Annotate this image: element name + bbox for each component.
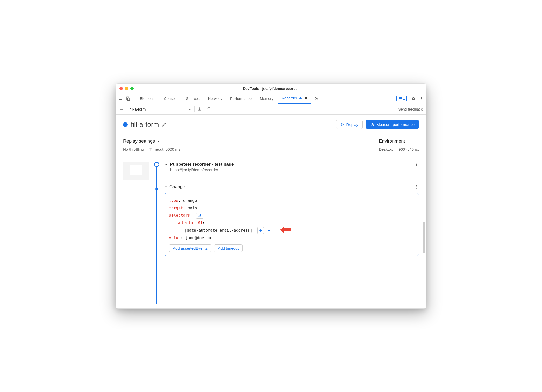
replay-settings-toggle[interactable]: Replay settings bbox=[123, 139, 379, 144]
issues-chip[interactable]: 1 bbox=[396, 96, 407, 101]
more-tabs-icon[interactable] bbox=[314, 96, 319, 101]
export-icon[interactable] bbox=[197, 107, 202, 112]
tab-elements[interactable]: Elements bbox=[136, 93, 159, 104]
add-timeout-button[interactable]: Add timeout bbox=[214, 244, 243, 252]
add-selector-button[interactable]: + bbox=[257, 227, 264, 234]
flask-icon bbox=[299, 96, 302, 100]
step-menu-icon[interactable] bbox=[414, 185, 419, 189]
svg-point-10 bbox=[416, 185, 417, 186]
step-detail-box: type: change target: main selectors: sel… bbox=[165, 193, 419, 256]
minimize-window-button[interactable] bbox=[125, 87, 128, 90]
recorder-toolbar: fill-a-form Send feedback bbox=[116, 104, 426, 115]
window-title: DevTools - jec.fyi/demo/recorder bbox=[116, 86, 426, 91]
chevron-right-icon bbox=[156, 140, 160, 143]
devtools-window: DevTools - jec.fyi/demo/recorder Element… bbox=[116, 83, 426, 309]
step-menu-icon[interactable] bbox=[414, 162, 419, 167]
settings-row: Replay settings No throttling Timeout: 5… bbox=[116, 134, 426, 157]
delete-icon[interactable] bbox=[206, 107, 211, 112]
maximize-window-button[interactable] bbox=[130, 87, 134, 90]
step-change-label: Change bbox=[169, 184, 185, 190]
key-selector1: selector #1 bbox=[177, 221, 202, 225]
recording-select[interactable]: fill-a-form bbox=[130, 107, 192, 111]
svg-point-6 bbox=[371, 123, 374, 126]
timeline bbox=[154, 162, 160, 304]
tab-recorder[interactable]: Recorder ✕ bbox=[278, 93, 311, 104]
svg-point-9 bbox=[416, 165, 417, 166]
annotation-arrow-icon bbox=[280, 226, 291, 234]
svg-point-11 bbox=[416, 187, 417, 187]
measure-performance-button[interactable]: Measure performance bbox=[366, 120, 419, 129]
kebab-menu-icon[interactable] bbox=[419, 96, 424, 101]
key-type: type bbox=[169, 198, 178, 203]
key-target: target bbox=[169, 206, 183, 210]
svg-point-3 bbox=[421, 97, 422, 98]
selector-picker-button[interactable] bbox=[196, 213, 203, 219]
scrollbar-thumb[interactable] bbox=[423, 222, 425, 253]
tab-network[interactable]: Network bbox=[204, 93, 225, 104]
val-type[interactable]: change bbox=[183, 198, 197, 203]
devtools-tabbar: Elements Console Sources Network Perform… bbox=[116, 93, 426, 104]
timeline-start-icon bbox=[154, 162, 159, 167]
recording-header: fill-a-form Replay Measure performance bbox=[116, 115, 426, 134]
val-target[interactable]: main bbox=[188, 206, 197, 210]
edit-title-icon[interactable] bbox=[162, 122, 167, 127]
close-window-button[interactable] bbox=[119, 87, 123, 90]
record-indicator-icon bbox=[123, 122, 128, 127]
replay-button[interactable]: Replay bbox=[336, 120, 363, 129]
val-selector1[interactable]: [data-automate=email-address] bbox=[184, 228, 252, 233]
svg-point-12 bbox=[416, 188, 417, 189]
settings-gear-icon[interactable] bbox=[411, 96, 416, 101]
tab-console[interactable]: Console bbox=[160, 93, 181, 104]
val-value[interactable]: jane@doe.co bbox=[185, 236, 211, 240]
send-feedback-link[interactable]: Send feedback bbox=[398, 107, 423, 111]
chevron-down-icon bbox=[165, 186, 167, 188]
device-toggle-icon[interactable] bbox=[126, 96, 130, 101]
environment-label: Environment bbox=[379, 139, 419, 144]
step-change-header[interactable]: Change bbox=[165, 184, 419, 190]
svg-point-8 bbox=[416, 164, 417, 165]
tab-memory[interactable]: Memory bbox=[256, 93, 277, 104]
tab-close-icon[interactable]: ✕ bbox=[304, 96, 308, 100]
throttling-value: No throttling bbox=[123, 147, 144, 151]
svg-rect-2 bbox=[128, 98, 130, 101]
new-recording-icon[interactable] bbox=[119, 107, 124, 112]
step-initial-header[interactable]: Puppeteer recorder - test page bbox=[165, 162, 419, 167]
timeline-step-dot-icon bbox=[155, 188, 158, 190]
steps-panel: Puppeteer recorder - test page https://j… bbox=[116, 157, 426, 308]
remove-selector-button[interactable]: − bbox=[266, 227, 272, 234]
step-initial-title: Puppeteer recorder - test page bbox=[170, 162, 234, 167]
add-asserted-events-button[interactable]: Add assertedEvents bbox=[169, 244, 211, 252]
svg-point-4 bbox=[421, 98, 422, 99]
key-selectors: selectors bbox=[169, 213, 190, 218]
window-titlebar: DevTools - jec.fyi/demo/recorder bbox=[116, 84, 426, 93]
svg-point-5 bbox=[421, 99, 422, 100]
traffic-lights bbox=[119, 87, 134, 90]
svg-point-7 bbox=[416, 163, 417, 163]
step-initial-url: https://jec.fyi/demo/recorder bbox=[170, 168, 419, 172]
env-viewport: 960×546 px bbox=[398, 147, 419, 151]
tab-sources[interactable]: Sources bbox=[182, 93, 203, 104]
step-thumbnail bbox=[123, 162, 149, 304]
recording-title: fill-a-form bbox=[131, 120, 159, 128]
env-device: Desktop bbox=[379, 147, 393, 151]
tab-performance[interactable]: Performance bbox=[226, 93, 255, 104]
inspect-element-icon[interactable] bbox=[118, 96, 123, 101]
key-value: value bbox=[169, 236, 181, 240]
timeout-value: Timeout: 5000 ms bbox=[149, 147, 181, 151]
chevron-right-icon bbox=[165, 163, 167, 166]
